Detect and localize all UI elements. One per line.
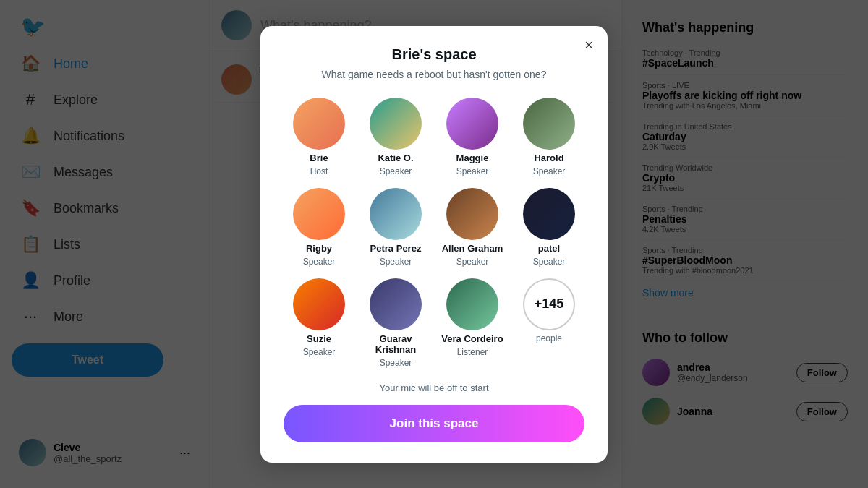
participant-vera: Vera Cordeiro Listener bbox=[437, 278, 508, 368]
participant-name-katie: Katie O. bbox=[378, 153, 413, 163]
participant-rigby: Rigby Speaker bbox=[284, 188, 354, 267]
participant-role-vera: Listener bbox=[457, 347, 488, 357]
participant-patel: patel Speaker bbox=[514, 188, 584, 267]
participant-role-guarav: Speaker bbox=[380, 358, 412, 368]
participant-harold: Harold Speaker bbox=[514, 98, 584, 176]
participant-avatar-petra bbox=[370, 188, 422, 240]
participant-role-allen: Speaker bbox=[456, 257, 489, 267]
participant-name-maggie: Maggie bbox=[456, 153, 489, 163]
modal-subtitle: What game needs a reboot but hasn't gott… bbox=[284, 69, 584, 80]
modal-close-button[interactable]: × bbox=[584, 38, 593, 52]
participant-katie: Katie O. Speaker bbox=[360, 98, 431, 176]
participant-name-guarav: Guarav Krishnan bbox=[360, 333, 431, 355]
participant-avatar-rigby bbox=[293, 188, 345, 240]
participants-grid: Brie Host Katie O. Speaker Maggie Speake… bbox=[284, 98, 584, 368]
plus-count-badge: +145 bbox=[523, 278, 575, 330]
participant-name-allen: Allen Graham bbox=[442, 243, 503, 254]
join-space-button[interactable]: Join this space bbox=[284, 405, 584, 442]
participant-brie: Brie Host bbox=[284, 98, 354, 176]
participant-suzie: Suzie Speaker bbox=[284, 278, 354, 368]
participant-avatar-katie bbox=[370, 98, 422, 150]
participant-role-petra: Speaker bbox=[380, 257, 412, 267]
participant-avatar-allen bbox=[446, 188, 498, 240]
participant-avatar-patel bbox=[523, 188, 575, 240]
participant-name-harold: Harold bbox=[534, 153, 563, 163]
participant-role-maggie: Speaker bbox=[456, 166, 489, 176]
participant-avatar-brie bbox=[293, 98, 345, 150]
participant-allen: Allen Graham Speaker bbox=[437, 188, 508, 267]
participant-name-patel: patel bbox=[538, 243, 560, 254]
participant-avatar-harold bbox=[523, 98, 575, 150]
participant-role-patel: Speaker bbox=[533, 257, 566, 267]
participant-petra: Petra Perez Speaker bbox=[360, 188, 431, 267]
participant-role-harold: Speaker bbox=[533, 166, 566, 176]
participant-avatar-guarav bbox=[370, 278, 422, 330]
participant-avatar-vera bbox=[446, 278, 498, 330]
space-modal: × Brie's space What game needs a reboot … bbox=[260, 26, 608, 463]
participant-role-suzie: Speaker bbox=[303, 347, 336, 357]
modal-overlay: × Brie's space What game needs a reboot … bbox=[0, 0, 868, 488]
participant-avatar-suzie bbox=[293, 278, 345, 330]
modal-title: Brie's space bbox=[284, 46, 584, 63]
participant-name-vera: Vera Cordeiro bbox=[441, 333, 503, 344]
participant-avatar-maggie bbox=[446, 98, 498, 150]
participant-role-brie: Host bbox=[310, 166, 328, 176]
participant-name-rigby: Rigby bbox=[306, 243, 332, 254]
participant-plus: +145 people bbox=[514, 278, 584, 368]
participant-name-suzie: Suzie bbox=[307, 333, 331, 344]
participant-role-katie: Speaker bbox=[380, 166, 412, 176]
participant-maggie: Maggie Speaker bbox=[437, 98, 508, 176]
participant-name-brie: Brie bbox=[310, 153, 328, 163]
participant-name-petra: Petra Perez bbox=[370, 243, 422, 254]
mic-notice: Your mic will be off to start bbox=[284, 382, 584, 393]
participant-role-rigby: Speaker bbox=[303, 257, 336, 267]
participant-guarav: Guarav Krishnan Speaker bbox=[360, 278, 431, 368]
plus-count-label: people bbox=[536, 333, 562, 343]
